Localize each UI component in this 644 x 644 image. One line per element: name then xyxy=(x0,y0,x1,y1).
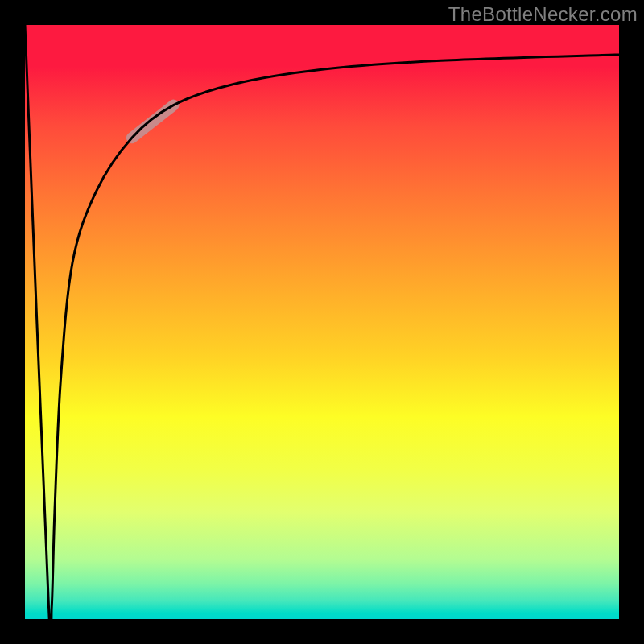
chart-frame: TheBottleNecker.com xyxy=(0,0,644,644)
attribution-text: TheBottleNecker.com xyxy=(448,3,638,26)
bottleneck-curve xyxy=(25,25,619,619)
plot-area xyxy=(25,25,619,619)
curve-layer xyxy=(25,25,619,619)
